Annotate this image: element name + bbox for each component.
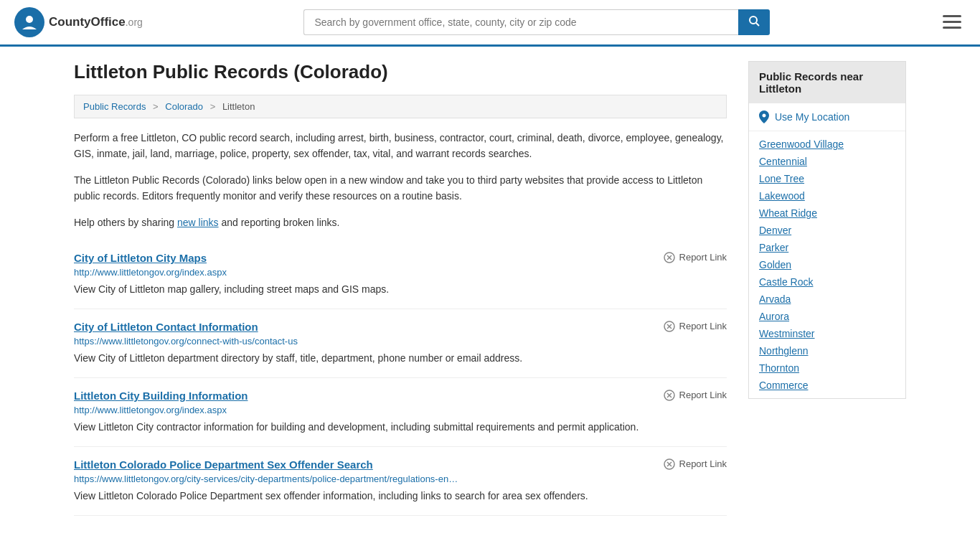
sidebar-list-item: Lone Tree	[749, 170, 905, 187]
header: CountyOffice.org	[0, 0, 980, 47]
sidebar-city-link-14[interactable]: Commerce	[759, 380, 808, 391]
use-my-location-label: Use My Location	[775, 111, 849, 123]
report-icon-1	[664, 321, 675, 332]
sidebar-city-link-1[interactable]: Centennial	[759, 156, 807, 167]
report-link-3[interactable]: Report Link	[664, 458, 727, 470]
report-label-0: Report Link	[679, 252, 727, 263]
sidebar-city-link-2[interactable]: Lone Tree	[759, 173, 804, 184]
result-desc-1: View City of Littleton department direct…	[74, 351, 727, 366]
result-url-3[interactable]: https://www.littletongov.org/city-servic…	[74, 474, 727, 484]
location-pin-icon	[759, 110, 769, 123]
sidebar-list-item: Northglenn	[749, 342, 905, 359]
breadcrumb-colorado[interactable]: Colorado	[165, 101, 203, 112]
report-icon-0	[664, 252, 675, 263]
sidebar-city-link-6[interactable]: Parker	[759, 242, 788, 253]
report-link-2[interactable]: Report Link	[664, 390, 727, 401]
report-icon-3	[664, 458, 675, 470]
logo-text: CountyOffice.org	[49, 15, 143, 29]
sidebar-box: Public Records near Littleton Use My Loc…	[748, 61, 906, 399]
search-input[interactable]	[303, 9, 738, 35]
use-my-location-button[interactable]: Use My Location	[749, 103, 905, 131]
result-url-0[interactable]: http://www.littletongov.org/index.aspx	[74, 267, 727, 278]
breadcrumb-sep-1: >	[153, 101, 159, 112]
content-area: Littleton Public Records (Colorado) Publ…	[74, 61, 727, 516]
sidebar-city-link-8[interactable]: Castle Rock	[759, 276, 813, 288]
sidebar-list-item: Denver	[749, 222, 905, 239]
sidebar-list-item: Commerce	[749, 377, 905, 394]
sidebar-list-item: Castle Rock	[749, 273, 905, 291]
result-header: City of Littleton Contact Information Re…	[74, 321, 727, 333]
page-title: Littleton Public Records (Colorado)	[74, 61, 727, 83]
result-desc-0: View City of Littleton map gallery, incl…	[74, 282, 727, 297]
result-item: Littleton City Building Information Repo…	[74, 378, 727, 447]
result-item: City of Littleton City Maps Report Link …	[74, 240, 727, 309]
results-list: City of Littleton City Maps Report Link …	[74, 240, 727, 516]
result-item: Littleton Colorado Police Department Sex…	[74, 447, 727, 516]
description-2: The Littleton Public Records (Colorado) …	[74, 172, 727, 204]
sidebar-city-link-3[interactable]: Lakewood	[759, 190, 805, 202]
report-link-1[interactable]: Report Link	[664, 321, 727, 332]
sidebar-title: Public Records near Littleton	[749, 62, 905, 103]
breadcrumb: Public Records > Colorado > Littleton	[74, 95, 727, 118]
nearby-list: Greenwood VillageCentennialLone TreeLake…	[749, 131, 905, 398]
report-link-0[interactable]: Report Link	[664, 252, 727, 263]
new-links-link[interactable]: new links	[177, 217, 219, 228]
sidebar-city-link-9[interactable]: Arvada	[759, 293, 791, 305]
result-desc-3: View Littleton Colorado Police Departmen…	[74, 489, 727, 504]
result-title-0[interactable]: City of Littleton City Maps	[74, 252, 207, 264]
sidebar-city-link-7[interactable]: Golden	[759, 259, 791, 270]
sidebar-list-item: Parker	[749, 239, 905, 256]
description-3: Help others by sharing new links and rep…	[74, 215, 727, 230]
search-bar	[303, 9, 770, 35]
result-header: City of Littleton City Maps Report Link	[74, 252, 727, 264]
main-container: Littleton Public Records (Colorado) Publ…	[60, 47, 920, 530]
logo-icon	[14, 7, 44, 37]
description-3-suffix: and reporting broken links.	[219, 217, 340, 228]
sidebar-list-item: Wheat Ridge	[749, 204, 905, 222]
search-icon	[748, 15, 760, 27]
sidebar-city-link-12[interactable]: Northglenn	[759, 345, 809, 357]
result-title-1[interactable]: City of Littleton Contact Information	[74, 321, 258, 333]
sidebar-list-item: Lakewood	[749, 187, 905, 204]
sidebar-list-item: Greenwood Village	[749, 136, 905, 153]
result-header: Littleton City Building Information Repo…	[74, 390, 727, 402]
sidebar-list-item: Aurora	[749, 308, 905, 325]
description-1: Perform a free Littleton, CO public reco…	[74, 130, 727, 162]
report-label-2: Report Link	[679, 390, 727, 400]
sidebar-city-link-4[interactable]: Wheat Ridge	[759, 207, 817, 219]
report-label-3: Report Link	[679, 458, 727, 469]
sidebar-city-link-13[interactable]: Thornton	[759, 362, 799, 374]
sidebar-list-item: Westminster	[749, 325, 905, 342]
sidebar-list-item: Centennial	[749, 153, 905, 170]
svg-rect-6	[943, 27, 961, 29]
svg-line-3	[756, 23, 759, 26]
sidebar-list-item: Arvada	[749, 291, 905, 308]
sidebar-list-item: Golden	[749, 256, 905, 273]
result-url-2[interactable]: http://www.littletongov.org/index.aspx	[74, 405, 727, 415]
svg-point-1	[26, 16, 33, 23]
breadcrumb-sep-2: >	[210, 101, 216, 112]
result-url-1[interactable]: https://www.littletongov.org/connect-wit…	[74, 336, 727, 347]
hamburger-icon	[943, 15, 961, 29]
breadcrumb-public-records[interactable]: Public Records	[83, 101, 146, 112]
sidebar-list-item: Thornton	[749, 359, 905, 377]
logo: CountyOffice.org	[14, 7, 143, 37]
report-icon-2	[664, 390, 675, 401]
sidebar-city-link-11[interactable]: Westminster	[759, 328, 815, 339]
sidebar-city-link-5[interactable]: Denver	[759, 225, 791, 236]
result-title-3[interactable]: Littleton Colorado Police Department Sex…	[74, 458, 373, 471]
sidebar-city-link-0[interactable]: Greenwood Village	[759, 138, 844, 150]
result-desc-2: View Littleton City contractor informati…	[74, 420, 727, 435]
sidebar-city-link-10[interactable]: Aurora	[759, 311, 789, 322]
hamburger-menu-button[interactable]	[938, 11, 966, 34]
description-3-prefix: Help others by sharing	[74, 217, 177, 228]
svg-point-2	[750, 17, 757, 24]
result-item: City of Littleton Contact Information Re…	[74, 309, 727, 378]
svg-rect-5	[943, 21, 961, 23]
svg-rect-4	[943, 15, 961, 17]
report-label-1: Report Link	[679, 321, 727, 331]
sidebar: Public Records near Littleton Use My Loc…	[748, 61, 906, 516]
result-title-2[interactable]: Littleton City Building Information	[74, 390, 248, 402]
search-button[interactable]	[738, 9, 770, 35]
breadcrumb-current: Littleton	[222, 101, 255, 112]
